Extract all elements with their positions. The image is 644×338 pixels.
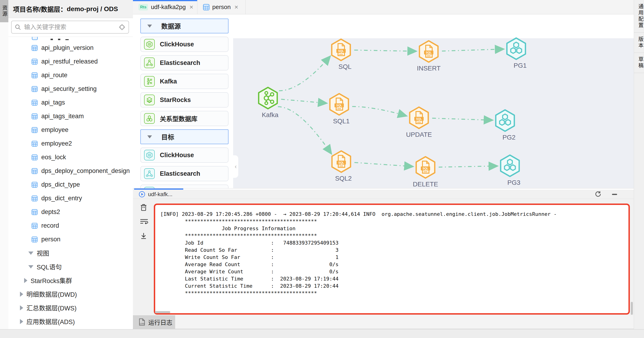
tree-item-record[interactable]: record [8,219,133,233]
close-icon[interactable]: × [234,3,238,11]
starrocks-icon [144,95,155,105]
palette-item-Kafka[interactable]: Kafka [140,74,228,89]
关系型数据库-icon [144,113,155,124]
clear-log-icon[interactable] [140,204,148,211]
table-icon [32,45,38,51]
node-label: SQL [338,63,352,70]
search-box[interactable] [11,21,129,34]
tree-item-label: api_route [41,72,68,79]
node-label: SQL2 [335,175,352,182]
palette-item-label: StarRocks [160,96,191,104]
tree-item-汇总数据层(DWS)[interactable]: 汇总数据层(DWS) [8,301,133,315]
horizontal-scrollbar[interactable] [155,311,170,313]
close-icon[interactable]: × [190,3,193,11]
palette-item-label: 关系型数据库 [160,114,198,123]
node-label: PG3 [507,179,520,186]
caret-down-icon[interactable] [28,265,34,269]
editor-tabbar: Rts udf-kafka2pg × person × [133,0,634,14]
node-label: Kafka [262,111,278,119]
tree-item-employee2[interactable]: employee2 [8,137,133,150]
wrap-lines-icon[interactable] [140,218,148,225]
palette-section-数据源[interactable]: 数据源 [140,18,228,33]
tree-item-label: api_security_setting [41,85,97,92]
palette-section-目标[interactable]: 目标 [140,129,228,144]
tree-item-api_restful_released[interactable]: api_restful_released [8,55,133,68]
svg-text:SQL: SQL [338,161,344,164]
vertical-scrollbar[interactable] [631,302,633,315]
flow-node-SQL1[interactable]: SQLSQL1 [329,93,350,125]
flow-node-PG1[interactable]: PG1 [506,37,526,69]
tree-item-api_tags_iteam[interactable]: api_tags_iteam [8,109,133,123]
node-label: SQL1 [333,117,350,125]
flow-node-Kafka[interactable]: Kafka [258,87,278,119]
palette-item-关系型数据库[interactable]: 关系型数据库 [140,185,228,188]
palette-item-ClickHouse[interactable]: ClickHouse [140,37,228,52]
caret-right-icon[interactable] [20,292,23,297]
flow-node-PG2[interactable]: PG2 [494,109,516,141]
flow-node-DELETE[interactable]: SQLDELETE [415,156,436,188]
caret-down-icon[interactable] [28,252,34,255]
tree-item-label: eos_lock [41,154,66,161]
node-label: DELETE [413,181,438,188]
palette-item-ClickHouse[interactable]: ClickHouse [140,147,228,163]
tree-item-depts2[interactable]: depts2 [8,205,133,219]
caret-right-icon[interactable] [24,278,27,283]
bottom-tab-udf-kafk[interactable]: udf-kafk... [139,190,172,199]
tree-item-StarRocks集群[interactable]: StarRocks集群 [8,274,133,287]
tree-item-api_plugin_version[interactable]: api_plugin_version [8,41,133,55]
rail-tab-version[interactable]: 版本 [634,33,644,53]
flow-node-UPDATE[interactable]: SQLUPDATE [408,106,430,138]
tree-item-label: api_restful_released [41,58,98,65]
flow-node-SQL[interactable]: SQLSQL [330,38,352,70]
search-input[interactable] [24,23,116,31]
flow-node-PG3[interactable]: PG3 [500,154,520,186]
flow-canvas[interactable]: ‹ KafkaSQLSQLSQLSQL1SQLSQL2SQLINSERTSQLU… [233,38,634,188]
tree-item-api_security_setting[interactable]: api_security_setting [8,82,133,96]
log-file-icon: LOG [138,318,146,326]
palette-item-StarRocks[interactable]: StarRocks [140,92,228,108]
tree-item-eos_lock[interactable]: eos_lock [8,150,133,164]
palette-item-关系型数据库[interactable]: 关系型数据库 [140,111,228,126]
tree-item-person[interactable]: person [8,233,133,246]
play-circle-icon [139,191,145,198]
run-log-tab[interactable]: LOG 运行日志 [133,315,175,329]
tree-item-dps_dict_type[interactable]: dps_dict_type [8,178,133,192]
tree-item-api_route[interactable]: api_route [8,68,133,82]
rail-tab-general-config[interactable]: 通用配置 [634,0,644,33]
tree-item-label: api_tags_iteam [41,113,84,120]
log-pre: [INFO] 2023-08-29 17:20:45.286 +0800 - →… [155,205,628,297]
scroll-to-bottom-icon[interactable] [140,232,148,240]
minimize-icon[interactable] [612,191,618,197]
caret-right-icon[interactable] [20,305,23,311]
tree-item-employee[interactable]: employee [8,123,133,137]
table-icon [32,237,38,243]
tab-udf-kafka2pg[interactable]: Rts udf-kafka2pg × [133,0,198,14]
refresh-icon[interactable] [595,191,601,198]
rail-tab-draft[interactable]: 草稿 [634,53,644,73]
tree-item-api_tags[interactable]: api_tags [8,96,133,109]
tab-person[interactable]: person × [198,0,246,14]
table-icon [32,127,38,133]
tree-item-明细数据层(DWD)[interactable]: 明细数据层(DWD) [8,287,133,301]
table-icon [32,72,38,78]
tree-item-partial [8,37,133,41]
tree-item-label: dps_dict_type [41,181,80,188]
caret-right-icon[interactable] [20,319,23,324]
table-icon [32,59,38,65]
tree-item-SQL语句[interactable]: SQL语句 [8,260,133,274]
node-label: UPDATE [406,131,432,138]
table-icon [32,141,38,147]
palette-section-label: 数据源 [161,21,181,30]
locate-icon[interactable] [119,24,125,30]
flow-node-INSERT[interactable]: SQLINSERT [418,40,439,72]
palette-item-Elasticsearch[interactable]: Elasticsearch [140,55,228,70]
palette-item-Elasticsearch[interactable]: Elasticsearch [140,166,228,181]
flow-node-SQL2[interactable]: SQLSQL2 [331,150,352,182]
palette-item-label: Kafka [160,78,177,85]
tree-item-dps_dict_entry[interactable]: dps_dict_entry [8,192,133,205]
palette-collapse-handle[interactable]: ‹ [233,155,238,178]
rail-tab-resources[interactable]: 资源 [0,0,8,22]
tree-item-dps_deploy_component_design[interactable]: dps_deploy_component_design [8,164,133,178]
tree-item-应用数据层(ADS)[interactable]: 应用数据层(ADS) [8,315,133,328]
tree-item-视图[interactable]: 视图 [8,246,133,260]
